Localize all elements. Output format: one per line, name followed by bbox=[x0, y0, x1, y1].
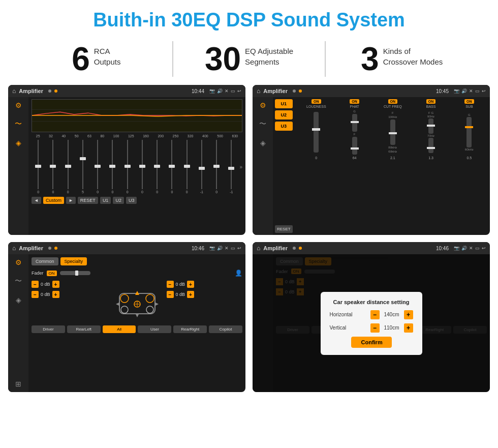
status-dot1 bbox=[48, 89, 51, 93]
eq-prev-btn[interactable]: ◄ bbox=[32, 197, 41, 204]
dialog-box: Car speaker distance setting Horizontal … bbox=[321, 292, 422, 355]
all-btn[interactable]: All bbox=[103, 325, 136, 333]
eq-wave-icon[interactable]: 〜 bbox=[15, 120, 22, 129]
cross-sidebar: ⚙ 〜 ◈ ⊞ bbox=[8, 254, 28, 392]
camera-icon-2: 📷 bbox=[454, 88, 459, 94]
stat-number-crossover: 3 bbox=[361, 43, 379, 75]
eq-volume-icon[interactable]: ◈ bbox=[16, 139, 21, 147]
db-minus-1[interactable]: − bbox=[32, 281, 39, 288]
stat-divider-2 bbox=[325, 41, 326, 77]
volume-icon-3: 🔊 bbox=[217, 246, 223, 251]
bass-slider1[interactable] bbox=[428, 118, 433, 134]
eq-u3-btn[interactable]: U3 bbox=[126, 197, 137, 204]
camera-icon-4: 📷 bbox=[454, 246, 459, 251]
amp-wave-icon[interactable]: 〜 bbox=[259, 120, 266, 129]
fader-person-icon[interactable]: 👤 bbox=[235, 270, 242, 277]
cross-tab-common[interactable]: Common bbox=[32, 257, 58, 265]
battery-icon-4: ▭ bbox=[475, 246, 480, 251]
fader-label: Fader bbox=[32, 271, 44, 276]
amp-reset-area: RESET bbox=[275, 225, 293, 233]
loudness-slider[interactable] bbox=[314, 112, 319, 153]
rearleft-btn[interactable]: RearLeft bbox=[67, 325, 101, 333]
stat-crossover: 3 Kinds of Crossover Modes bbox=[336, 43, 468, 75]
cross-left: − 0 dB + − 0 dB + bbox=[32, 281, 108, 301]
eq-slider-14: -1 bbox=[225, 140, 238, 194]
rearright-btn[interactable]: RearRight bbox=[173, 325, 207, 333]
phat-thumb1 bbox=[351, 121, 359, 123]
battery-icon: ▭ bbox=[231, 88, 235, 94]
fader-on-btn[interactable]: ON bbox=[47, 271, 57, 276]
dialog-vertical-plus[interactable]: + bbox=[404, 323, 413, 333]
bass-slider2[interactable] bbox=[428, 138, 433, 153]
stat-number-rca: 6 bbox=[72, 43, 90, 75]
confirm-button[interactable]: Confirm bbox=[351, 337, 392, 348]
dialog-vertical-row: Vertical − 110cm + bbox=[330, 323, 413, 333]
phat-slider2[interactable] bbox=[352, 137, 357, 155]
cross-settings-icon[interactable]: ⚙ bbox=[15, 258, 22, 266]
eq-slider-7: 0 bbox=[121, 140, 134, 194]
amp-volume-icon[interactable]: ◈ bbox=[260, 139, 266, 147]
db-minus-4[interactable]: − bbox=[167, 291, 174, 298]
db-minus-3[interactable]: − bbox=[167, 281, 174, 288]
sub-label: SUB bbox=[465, 105, 473, 108]
db-plus-2[interactable]: + bbox=[52, 291, 59, 298]
sub-slider[interactable] bbox=[466, 117, 472, 147]
screen1-statusbar: ⌂ Amplifier 10:44 📷 🔊 ✕ ▭ ↩ bbox=[8, 85, 245, 97]
svg-point-6 bbox=[121, 306, 128, 313]
cutfreq-label: CUT FREQ bbox=[384, 105, 402, 108]
amp-cutfreq: ON CUT FREQ F 100Hz 80kHz 60kHz 2.1 bbox=[374, 99, 411, 160]
cutfreq-slider[interactable] bbox=[390, 120, 395, 145]
cross-volume-icon[interactable]: ◈ bbox=[16, 296, 21, 304]
eq-u1-btn[interactable]: U1 bbox=[100, 197, 111, 204]
db-plus-1[interactable]: + bbox=[52, 281, 59, 288]
status-dot2 bbox=[54, 89, 57, 93]
bass-on-btn[interactable]: ON bbox=[426, 99, 436, 104]
copilot-btn[interactable]: Copilot bbox=[209, 325, 242, 333]
sub-on-btn[interactable]: ON bbox=[464, 99, 474, 104]
sub-g-label: G bbox=[468, 113, 471, 116]
dialog-horizontal-plus[interactable]: + bbox=[404, 310, 413, 319]
stat-eq: 30 EQ Adjustable Segments bbox=[183, 43, 315, 75]
db-plus-4[interactable]: + bbox=[187, 291, 194, 298]
dialog-horizontal-minus[interactable]: − bbox=[370, 310, 380, 319]
dialog-vertical-minus[interactable]: − bbox=[370, 323, 380, 333]
dialog-vertical-value: 110cm bbox=[382, 325, 402, 331]
eq-reset-btn[interactable]: RESET bbox=[78, 197, 98, 204]
cutfreq-on-btn[interactable]: ON bbox=[388, 99, 398, 104]
amp-u3-preset[interactable]: U3 bbox=[275, 122, 293, 131]
cutfreq-60hz-label: 60kHz bbox=[388, 150, 397, 153]
cross-right: − 0 dB + − 0 dB + bbox=[167, 281, 243, 301]
eq-u2-btn[interactable]: U2 bbox=[113, 197, 124, 204]
user-btn[interactable]: User bbox=[138, 325, 171, 333]
eq-custom-btn[interactable]: Custom bbox=[43, 197, 64, 204]
dialog-horizontal-label: Horizontal bbox=[330, 312, 353, 317]
phat-slider1[interactable] bbox=[352, 114, 357, 132]
cross-expand-icon[interactable]: ⊞ bbox=[15, 380, 21, 388]
home-icon-3: ⌂ bbox=[12, 245, 16, 252]
sub-60hz-label: 60kHz bbox=[465, 148, 474, 151]
amp-u1-preset[interactable]: U1 bbox=[275, 99, 293, 108]
amp-reset-btn[interactable]: RESET bbox=[275, 225, 293, 233]
dialog-title: Car speaker distance setting bbox=[330, 299, 413, 305]
speaker-diagram bbox=[112, 281, 163, 321]
eq-play-btn[interactable]: ► bbox=[66, 197, 76, 204]
fader-row: Fader ON 👤 bbox=[32, 270, 242, 277]
stats-row: 6 RCA Outputs 30 EQ Adjustable Segments … bbox=[0, 36, 498, 85]
amp-u2-preset[interactable]: U2 bbox=[275, 110, 293, 120]
fader-slider[interactable] bbox=[60, 271, 90, 275]
eq-main: 253240506380100125160200250320400500630 … bbox=[28, 97, 245, 235]
status-dot3 bbox=[293, 89, 296, 93]
loudness-on-btn[interactable]: ON bbox=[312, 99, 321, 104]
cross-tab-specialty[interactable]: Specialty bbox=[60, 257, 87, 265]
eq-settings-icon[interactable]: ⚙ bbox=[15, 101, 22, 109]
driver-btn[interactable]: Driver bbox=[32, 325, 65, 333]
stat-number-eq: 30 bbox=[205, 43, 241, 75]
dialog-horizontal-value: 140cm bbox=[382, 312, 402, 317]
db-val-4: 0 dB bbox=[176, 292, 185, 297]
db-minus-2[interactable]: − bbox=[32, 291, 39, 298]
cross-wave-icon[interactable]: 〜 bbox=[15, 277, 22, 286]
amp-settings-icon[interactable]: ⚙ bbox=[260, 101, 266, 109]
db-plus-3[interactable]: + bbox=[187, 281, 194, 288]
bass-thumb1 bbox=[427, 125, 435, 127]
phat-on-btn[interactable]: ON bbox=[350, 99, 359, 104]
